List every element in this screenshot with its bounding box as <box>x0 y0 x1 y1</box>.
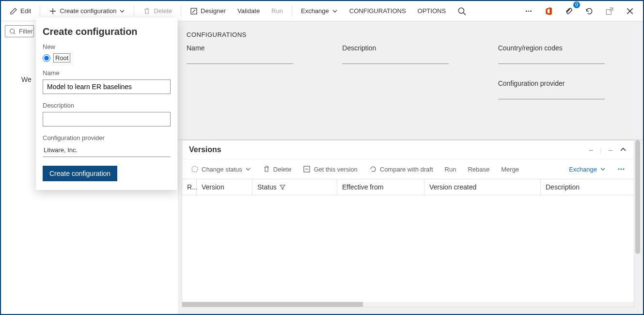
version-exchange-label: Exchange <box>569 166 597 173</box>
separator <box>40 6 40 16</box>
root-radio-label: Root <box>53 53 70 63</box>
delete-button[interactable]: Delete <box>138 3 177 19</box>
close-button[interactable] <box>621 3 639 19</box>
description-field[interactable] <box>43 112 171 126</box>
scrollbar-thumb[interactable] <box>182 302 363 307</box>
col-description[interactable]: Description <box>541 179 634 195</box>
run-button[interactable]: Run <box>267 3 288 19</box>
configurations-heading: CONFIGURATIONS <box>187 31 634 38</box>
designer-label: Designer <box>201 7 226 15</box>
filter-input[interactable]: Filter <box>5 25 34 37</box>
content-pane: CONFIGURATIONS Name Description Country/… <box>178 21 643 314</box>
change-status-button[interactable]: Change status <box>187 162 255 176</box>
more-button[interactable] <box>613 162 629 176</box>
edit-square-icon <box>303 165 311 173</box>
versions-dash-2: -- <box>608 146 613 154</box>
designer-icon <box>190 7 198 15</box>
root-radio[interactable]: Root <box>43 53 171 63</box>
separator <box>134 6 134 16</box>
col-r[interactable]: R... <box>182 179 197 195</box>
rebase-button[interactable]: Rebase <box>464 163 493 176</box>
office-button[interactable] <box>539 3 558 19</box>
plus-icon <box>49 7 57 15</box>
col-effective[interactable]: Effective from <box>337 179 424 195</box>
search-icon <box>457 7 466 16</box>
paperclip-icon <box>565 7 573 16</box>
get-version-button[interactable]: Get this version <box>299 162 361 176</box>
attachments-badge: 0 <box>573 1 580 8</box>
version-run-label: Run <box>445 166 456 173</box>
field-provider-input[interactable] <box>498 99 605 99</box>
root-radio-input[interactable] <box>43 54 50 62</box>
validate-label: Validate <box>237 7 260 15</box>
provider-field[interactable]: Litware, Inc. <box>43 144 171 157</box>
validate-button[interactable]: Validate <box>233 3 265 19</box>
field-provider-label: Configuration provider <box>498 79 634 87</box>
designer-button[interactable]: Designer <box>185 3 231 19</box>
chevron-down-icon <box>119 8 125 14</box>
trash-icon <box>143 7 151 15</box>
field-name-input[interactable] <box>187 63 293 64</box>
field-country-input[interactable] <box>498 63 605 64</box>
options-label: OPTIONS <box>418 7 446 15</box>
versions-header-controls: -- | -- <box>589 146 627 154</box>
configurations-section: CONFIGURATIONS Name Description Country/… <box>178 21 643 140</box>
svg-point-1 <box>458 8 464 13</box>
field-grid: Name Description Country/region codes Co… <box>187 44 634 99</box>
tab-configurations[interactable]: CONFIGURATIONS <box>345 3 411 19</box>
compare-button[interactable]: Compare with draft <box>365 162 437 176</box>
edit-label: Edit <box>20 7 31 15</box>
version-delete-label: Delete <box>273 166 292 173</box>
close-icon <box>626 7 634 16</box>
search-button[interactable] <box>453 3 471 19</box>
field-description: Description <box>342 44 478 64</box>
attachments-button[interactable]: 0 <box>560 3 578 19</box>
edit-button[interactable]: Edit <box>5 3 36 19</box>
get-version-label: Get this version <box>314 166 357 173</box>
exchange-menu[interactable]: Exchange <box>296 3 343 19</box>
left-pane: Filter We Create configuration New Root … <box>1 21 178 314</box>
app-launcher-button[interactable] <box>520 3 537 19</box>
chevron-down-icon <box>332 8 338 14</box>
field-country-label: Country/region codes <box>498 44 634 52</box>
vertical-scrollbar[interactable] <box>635 140 640 254</box>
chevron-up-icon[interactable] <box>619 146 627 154</box>
version-run-button[interactable]: Run <box>441 163 460 176</box>
compare-label: Compare with draft <box>380 166 433 173</box>
cycle-icon <box>191 165 199 173</box>
create-configuration-panel: Create configuration New Root Name Descr… <box>36 17 177 190</box>
run-label: Run <box>271 7 283 15</box>
col-status[interactable]: Status <box>252 179 337 195</box>
versions-header: Versions -- | -- <box>182 141 634 159</box>
field-description-input[interactable] <box>342 63 449 64</box>
create-configuration-label: Create configuration <box>60 7 116 15</box>
refresh-icon <box>585 7 594 16</box>
version-exchange-menu[interactable]: Exchange <box>565 163 610 176</box>
tab-options[interactable]: OPTIONS <box>413 3 451 19</box>
version-delete-button[interactable]: Delete <box>259 162 296 176</box>
name-field[interactable] <box>43 79 171 94</box>
col-version[interactable]: Version <box>197 179 252 195</box>
versions-grid-header: R... Version Status Effective from Versi… <box>182 179 634 195</box>
refresh-button[interactable] <box>580 3 598 19</box>
filter-funnel-icon <box>280 184 285 190</box>
create-configuration-submit[interactable]: Create configuration <box>43 166 117 181</box>
create-configuration-button[interactable]: Create configuration <box>44 3 130 19</box>
col-created[interactable]: Version created <box>424 179 541 195</box>
svg-point-6 <box>618 169 620 170</box>
filter-placeholder: Filter <box>19 28 33 35</box>
horizontal-scrollbar[interactable] <box>182 302 634 307</box>
chevron-down-icon <box>600 166 606 172</box>
popout-icon <box>605 7 614 16</box>
panel-title: Create configuration <box>43 26 171 37</box>
popout-button[interactable] <box>600 3 619 19</box>
merge-label: Merge <box>501 166 519 173</box>
versions-title: Versions <box>189 145 589 154</box>
change-status-label: Change status <box>202 166 242 173</box>
refresh-icon <box>369 165 377 173</box>
merge-button[interactable]: Merge <box>497 163 523 176</box>
panel-new-label: New <box>43 43 171 50</box>
svg-point-4 <box>192 166 198 172</box>
more-icon <box>617 165 625 173</box>
field-country: Country/region codes <box>498 44 634 64</box>
